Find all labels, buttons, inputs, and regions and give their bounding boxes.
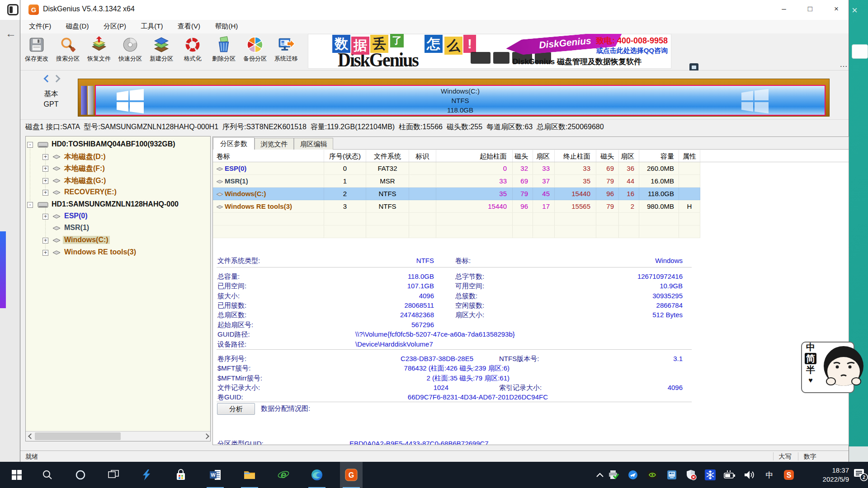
detail-row-clipped: 分区类型GUID: EBD0A0A2-B9E5-4433-87C0-68B6B7… — [213, 439, 849, 445]
overflow-dots-icon[interactable]: … — [840, 60, 849, 69]
tray-sogou-icon[interactable]: S — [782, 462, 796, 488]
flash-app-button[interactable] — [135, 462, 158, 488]
ime-assistant-widget[interactable]: 中 简 半 ♥ — [801, 340, 868, 395]
internet-explorer-button[interactable]: e — [272, 462, 295, 488]
format-icon — [184, 36, 201, 53]
banner-qq-link[interactable]: 或点击此处选择QQ咨询 — [596, 47, 668, 55]
main-area: - HD0:TOSHIBAMQ04ABF100(932GB) + 本地磁盘(D:… — [20, 134, 849, 450]
table-row-msr[interactable]: MSR(1) 1 MSR 33 69 37 35 79 44 16.0MB — [213, 175, 700, 188]
heart-icon[interactable]: ♥ — [805, 375, 816, 385]
detail-row: GUID路径:\\?\Volume{fcf0fc5b-5207-47ce-a60… — [213, 329, 849, 339]
menu-help[interactable]: 帮助(H) — [211, 20, 242, 33]
tray-snowflake-icon[interactable] — [703, 462, 717, 488]
edge-button[interactable] — [306, 462, 328, 488]
tray-mail-icon[interactable] — [626, 462, 640, 488]
next-disk-icon[interactable] — [53, 75, 61, 83]
tray-expand-button[interactable] — [593, 462, 607, 488]
analyze-button[interactable]: 分析 — [217, 403, 255, 415]
tray-volume-icon[interactable] — [743, 462, 756, 488]
menu-file[interactable]: 文件(F) — [25, 20, 55, 33]
expand-icon[interactable]: + — [42, 250, 48, 256]
ad-banner[interactable]: DiskGenius 数 据 丢 了 怎 么 ! DiskGenius 致电: … — [308, 34, 671, 69]
widget-mode-simplified[interactable]: 简 — [805, 353, 816, 364]
background-window-edge: ← — [0, 0, 20, 462]
partition-icon — [52, 178, 61, 184]
expand-icon[interactable]: + — [42, 238, 48, 244]
status-ready: 就绪 — [25, 453, 38, 461]
expand-icon[interactable]: + — [42, 214, 48, 220]
start-button[interactable] — [5, 462, 28, 488]
search-partition-button[interactable]: 搜索分区 — [53, 34, 83, 70]
collapse-icon[interactable]: - — [27, 142, 33, 148]
banner-tile: 据 — [351, 37, 369, 55]
menu-partition[interactable]: 分区(P) — [99, 20, 130, 33]
banner-contact[interactable]: 致电: 400-008-9958 或点击此处选择QQ咨询 — [596, 35, 668, 55]
maximize-button[interactable]: □ — [797, 0, 823, 18]
widget-mode-cn[interactable]: 中 — [805, 342, 816, 353]
diskgenius-taskbar-button[interactable]: G — [340, 462, 363, 488]
table-row-esp[interactable]: ESP(0) 0 FAT32 0 32 33 33 69 36 260.0MB — [213, 162, 700, 175]
tray-defender-icon[interactable] — [684, 462, 698, 488]
collapse-icon[interactable]: - — [27, 202, 33, 208]
quick-partition-button[interactable]: 快速分区 — [115, 34, 145, 70]
table-row-windows-re[interactable]: Windows RE tools(3) 3 NTFS 15440 96 17 1… — [213, 200, 700, 213]
disk-bar[interactable]: Windows(C:) NTFS 118.0GB — [78, 79, 830, 117]
notification-center-button[interactable]: 2 — [854, 468, 868, 483]
banner-tile: 么 — [444, 37, 462, 55]
format-button[interactable]: 格式化 — [178, 34, 208, 70]
taskbar-search-button[interactable] — [36, 462, 59, 488]
windows-partition-segment[interactable]: Windows(C:) NTFS 118.0GB — [95, 85, 826, 116]
word-button[interactable]: W — [204, 462, 226, 488]
scroll-left-icon[interactable] — [26, 432, 35, 441]
menu-tools[interactable]: 工具(T) — [137, 20, 167, 33]
clock-date: 2022/5/9 — [809, 475, 849, 484]
menu-disk[interactable]: 磁盘(D) — [62, 20, 93, 33]
widget-mode-column[interactable]: 中 简 半 ♥ — [805, 342, 816, 385]
recover-files-button[interactable]: 恢复文件 — [84, 34, 114, 70]
scrollbar-thumb[interactable] — [35, 432, 121, 440]
tab-browse-files[interactable]: 浏览文件 — [255, 138, 294, 150]
tree-horizontal-scrollbar[interactable] — [26, 431, 210, 441]
banner-phone-number[interactable]: 致电: 400-008-9958 — [596, 35, 668, 46]
partition-detail-panel: 分区参数 浏览文件 扇区编辑 卷标 序号(状态) 文件系统 标识 起始柱面 磁头… — [212, 136, 849, 445]
prev-disk-icon[interactable] — [44, 75, 52, 83]
msr-partition-segment[interactable] — [88, 86, 94, 115]
scroll-right-icon[interactable] — [201, 432, 210, 441]
table-row-windows-c-selected[interactable]: Windows(C:) 2 NTFS 35 79 45 15440 96 16 … — [213, 188, 700, 200]
tray-intel-graphics-icon[interactable] — [665, 462, 679, 488]
tab-sector-edit[interactable]: 扇区编辑 — [294, 138, 333, 150]
close-button[interactable]: × — [823, 0, 849, 18]
expand-icon[interactable]: + — [42, 178, 48, 184]
task-view-button[interactable] — [102, 462, 125, 488]
tray-printer-icon[interactable] — [607, 462, 620, 488]
expand-icon[interactable]: + — [42, 190, 48, 196]
widget-mode-half[interactable]: 半 — [805, 364, 816, 375]
new-partition-button[interactable]: 新建分区 — [146, 34, 176, 70]
disk-tree-panel: - HD0:TOSHIBAMQ04ABF100(932GB) + 本地磁盘(D:… — [25, 136, 211, 441]
save-changes-button[interactable]: 保存更改 — [22, 34, 52, 70]
tab-partition-parameters[interactable]: 分区参数 — [213, 137, 255, 150]
tray-ime-indicator[interactable]: 中 — [763, 462, 776, 488]
taskbar-clock[interactable]: 18:37 2022/5/9 — [809, 466, 849, 484]
delete-partition-button[interactable]: 删除分区 — [209, 34, 239, 70]
system-migration-button[interactable]: 系统迁移 — [271, 34, 301, 70]
file-explorer-button[interactable] — [238, 462, 261, 488]
intel-icon — [667, 470, 677, 480]
detail-separator — [217, 402, 692, 402]
tray-nvidia-icon[interactable] — [646, 462, 659, 488]
background-close-icon: × — [852, 5, 858, 16]
background-app-icon[interactable] — [7, 4, 19, 15]
menu-view[interactable]: 查看(V) — [174, 20, 204, 33]
cortana-button[interactable] — [69, 462, 92, 488]
menubar: 文件(F) 磁盘(D) 分区(P) 工具(T) 查看(V) 帮助(H) — [20, 20, 849, 33]
microsoft-store-button[interactable] — [170, 462, 192, 488]
esp-partition-segment[interactable] — [81, 86, 87, 115]
minimize-button[interactable]: – — [771, 0, 797, 18]
expand-icon[interactable]: + — [42, 166, 48, 172]
folder-icon — [243, 469, 256, 480]
backup-partition-button[interactable]: 备份分区 — [240, 34, 270, 70]
expand-icon[interactable]: + — [42, 154, 48, 160]
tray-power-icon[interactable] — [723, 462, 736, 488]
table-empty-row — [213, 213, 700, 225]
back-arrow-icon[interactable]: ← — [5, 27, 16, 40]
